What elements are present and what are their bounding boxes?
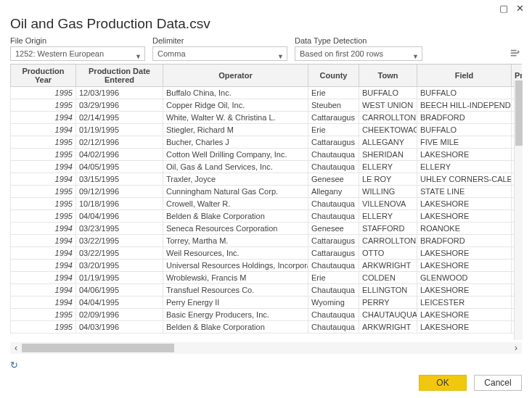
cell-operator: Buffalo China, Inc. <box>163 87 308 99</box>
cell-year: 1994 <box>11 260 76 272</box>
cell-county: Steuben <box>308 99 359 112</box>
cell-operator: Belden & Blake Corporation <box>163 321 308 333</box>
grid-viewport[interactable]: Production Year Production Date Entered … <box>10 65 522 346</box>
cell-field: LAKESHORE <box>417 321 512 333</box>
cell-field: LEICESTER <box>417 297 512 309</box>
table-row[interactable]: 199403/23/1995Seneca Resources Corporati… <box>11 223 523 235</box>
table-row[interactable]: 199404/05/1995Oil, Gas & Land Services, … <box>11 161 523 173</box>
table-row[interactable]: 199509/12/1996Cunningham Natural Gas Cor… <box>11 186 523 198</box>
cell-year: 1995 <box>11 186 76 198</box>
cell-town: WEST UNION <box>359 99 417 112</box>
cell-operator: Transfuel Resources Co. <box>163 284 308 297</box>
horizontal-scrollbar[interactable]: ‹ › <box>10 342 522 354</box>
vscroll-thumb[interactable] <box>515 80 523 146</box>
cell-county: Cattaraugus <box>308 136 359 149</box>
cell-field: UHLEY CORNERS-CALEDONIA <box>417 173 512 186</box>
cell-town: CARROLLTON <box>359 112 417 124</box>
scroll-left-icon[interactable]: ‹ <box>10 343 22 353</box>
hscroll-thumb[interactable] <box>22 344 174 352</box>
cell-town: BUFFALO <box>359 87 417 99</box>
table-row[interactable]: 199403/22/1995Weil Resources, Inc.Cattar… <box>11 247 523 260</box>
delimiter-group: Delimiter Comma ▼ <box>152 36 287 61</box>
table-row[interactable]: 199402/14/1995White, Walter W. & Christi… <box>11 112 523 124</box>
cell-field: ELLERY <box>417 161 512 173</box>
table-row[interactable]: 199502/12/1996Bucher, Charles JCattaraug… <box>11 136 523 149</box>
cell-year: 1995 <box>11 149 76 161</box>
col-operator[interactable]: Operator <box>163 65 308 87</box>
table-row[interactable]: 199401/19/1995Stiegler, Richard MErieCHE… <box>11 124 523 136</box>
close-icon[interactable]: ✕ <box>512 3 528 14</box>
vertical-scrollbar[interactable]: ⌄ <box>514 80 523 340</box>
cell-field: LAKESHORE <box>417 260 512 272</box>
cell-field: BRADFORD <box>417 235 512 247</box>
cell-date: 03/23/1995 <box>76 223 163 235</box>
cell-field: ROANOKE <box>417 223 512 235</box>
cell-town: SHERIDAN <box>359 149 417 161</box>
chevron-down-icon: ▼ <box>277 50 284 63</box>
import-dialog: ▢ ✕ Oil and Gas Production Data.csv File… <box>0 0 532 398</box>
cell-county: Genesee <box>308 223 359 235</box>
cell-date: 03/29/1996 <box>76 99 163 112</box>
cell-operator: Perry Energy II <box>163 297 308 309</box>
table-row[interactable]: 199504/03/1996Belden & Blake Corporation… <box>11 321 523 333</box>
cell-date: 03/20/1995 <box>76 260 163 272</box>
cell-year: 1995 <box>11 136 76 149</box>
table-row[interactable]: 199403/22/1995Torrey, Martha M.Cattaraug… <box>11 235 523 247</box>
col-field[interactable]: Field <box>417 65 512 87</box>
col-production-year[interactable]: Production Year <box>11 65 76 87</box>
table-row[interactable]: 199401/19/1995Wroblewski, Francis MErieC… <box>11 272 523 284</box>
table-row[interactable]: 199504/04/1996Belden & Blake Corporation… <box>11 210 523 223</box>
detection-label: Data Type Detection <box>295 36 422 45</box>
cell-field: LAKESHORE <box>417 247 512 260</box>
maximize-icon[interactable]: ▢ <box>496 3 512 14</box>
table-row[interactable]: 199510/18/1996Crowell, Walter R.Chautauq… <box>11 198 523 210</box>
cell-operator: Universal Resources Holdings, Incorporat… <box>163 260 308 272</box>
refresh-icon[interactable]: ↻ <box>10 360 18 370</box>
page-title: Oil and Gas Production Data.csv <box>0 16 532 36</box>
file-origin-group: File Origin 1252: Western European (Wind… <box>10 36 145 61</box>
detection-value: Based on first 200 rows <box>300 49 383 58</box>
table-row[interactable]: 199404/04/1995Perry Energy IIWyomingPERR… <box>11 297 523 309</box>
cell-operator: White, Walter W. & Christina L. <box>163 112 308 124</box>
cell-date: 02/14/1995 <box>76 112 163 124</box>
cell-year: 1994 <box>11 173 76 186</box>
table-row[interactable]: 199512/03/1996Buffalo China, Inc.ErieBUF… <box>11 87 523 99</box>
cell-operator: Wroblewski, Francis M <box>163 272 308 284</box>
ok-button[interactable]: OK <box>419 375 467 391</box>
cell-town: WILLING <box>359 186 417 198</box>
col-county[interactable]: County <box>308 65 359 87</box>
cancel-button[interactable]: Cancel <box>474 375 522 391</box>
cell-field: BUFFALO <box>417 87 512 99</box>
cell-county: Erie <box>308 272 359 284</box>
cell-year: 1994 <box>11 235 76 247</box>
detection-select[interactable]: Based on first 200 rows ▼ <box>295 46 422 61</box>
cell-county: Erie <box>308 87 359 99</box>
cell-field: BEECH HILL-INDEPENDENCE <box>417 99 512 112</box>
table-row[interactable]: 199404/06/1995Transfuel Resources Co.Cha… <box>11 284 523 297</box>
cell-town: ELLERY <box>359 210 417 223</box>
col-production-date-entered[interactable]: Production Date Entered <box>76 65 163 87</box>
table-row[interactable]: 199403/20/1995Universal Resources Holdin… <box>11 260 523 272</box>
delimiter-label: Delimiter <box>152 36 287 45</box>
cell-year: 1994 <box>11 161 76 173</box>
cell-date: 01/19/1995 <box>76 124 163 136</box>
cell-date: 04/02/1996 <box>76 149 163 161</box>
hscroll-track[interactable] <box>22 344 510 352</box>
cell-operator: Cunningham Natural Gas Corp. <box>163 186 308 198</box>
table-row[interactable]: 199504/02/1996Cotton Well Drilling Compa… <box>11 149 523 161</box>
cell-town: PERRY <box>359 297 417 309</box>
settings-icon[interactable] <box>507 46 522 61</box>
cell-operator: Crowell, Walter R. <box>163 198 308 210</box>
cell-date: 03/22/1995 <box>76 235 163 247</box>
file-origin-select[interactable]: 1252: Western European (Windows) ▼ <box>10 46 145 61</box>
cell-field: LAKESHORE <box>417 309 512 321</box>
cell-county: Cattaraugus <box>308 112 359 124</box>
delimiter-select[interactable]: Comma ▼ <box>152 46 287 61</box>
col-town[interactable]: Town <box>359 65 417 87</box>
scroll-right-icon[interactable]: › <box>510 343 522 353</box>
cell-county: Chautauqua <box>308 284 359 297</box>
table-row[interactable]: 199403/15/1995Traxler, JoyceGeneseeLE RO… <box>11 173 523 186</box>
table-row[interactable]: 199503/29/1996Copper Ridge Oil, Inc.Steu… <box>11 99 523 112</box>
cell-county: Chautauqua <box>308 198 359 210</box>
table-row[interactable]: 199502/09/1996Basic Energy Producers, In… <box>11 309 523 321</box>
